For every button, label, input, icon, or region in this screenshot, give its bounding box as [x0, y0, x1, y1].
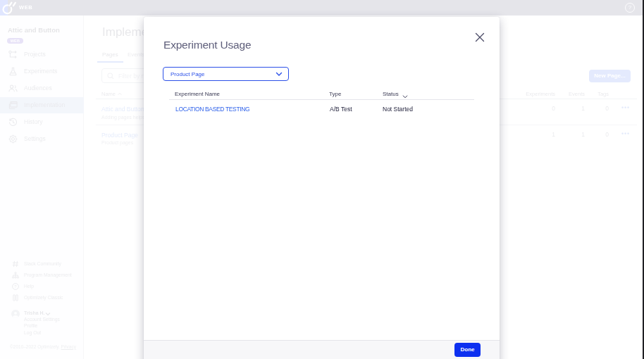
page-select-dropdown[interactable]: Product Page [163, 67, 289, 81]
modal-column-experiment-name[interactable]: Experiment Name [175, 91, 220, 97]
experiment-status: Not Started [383, 106, 413, 113]
done-button[interactable]: Done [454, 343, 481, 357]
experiment-type: A/B Test [330, 106, 352, 113]
experiment-usage-modal: Experiment Usage Product Page Experiment… [144, 17, 500, 359]
modal-footer: Done [144, 340, 500, 359]
modal-column-type[interactable]: Type [329, 91, 341, 97]
chevron-down-icon [275, 72, 283, 77]
modal-column-status[interactable]: Status [383, 91, 399, 97]
experiment-link[interactable]: LOCATION BASED TESTING [175, 106, 249, 113]
modal-title: Experiment Usage [163, 39, 251, 51]
modal-table-header-divider [169, 99, 474, 100]
page-select-value: Product Page [171, 68, 204, 81]
sort-desc-icon[interactable] [402, 94, 408, 99]
close-icon[interactable] [474, 32, 485, 43]
